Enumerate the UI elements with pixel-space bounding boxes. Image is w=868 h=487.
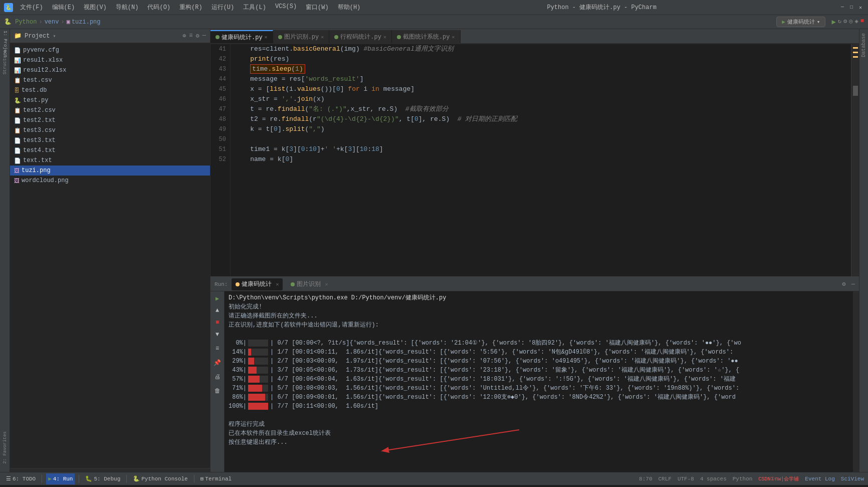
file-icon-db: 🗄 (14, 87, 20, 94)
file-icon-small: ▣ (67, 18, 70, 26)
run-tab-close-tupian[interactable]: ✕ (325, 281, 328, 287)
window-title: Python - 健康码统计.py - PyCharm (547, 3, 656, 12)
file-pyvenv[interactable]: 📄 pyvenv.cfg (10, 45, 210, 55)
debug-icon[interactable]: ⚙ (843, 18, 847, 26)
scroll-up-button[interactable]: ▲ (212, 305, 223, 315)
database-sidebar[interactable]: Database (859, 29, 868, 472)
clear-button[interactable]: 🗑 (212, 386, 223, 396)
project-dropdown-icon[interactable]: ▾ (53, 33, 56, 39)
settings-icon[interactable]: ⚙ (842, 281, 845, 288)
tab-jiankang[interactable]: 健康码统计.py ✕ (210, 30, 273, 43)
project-collapse-icon[interactable]: ─ (202, 32, 206, 40)
tab-close-xingcheng[interactable]: ✕ (383, 34, 386, 40)
file-icon-txt3: 📄 (14, 147, 21, 154)
tab-jietu[interactable]: 截图统计系统.py ✕ (392, 30, 461, 43)
run-config-dropdown[interactable]: ▾ (817, 19, 820, 25)
file-test-csv[interactable]: 📋 test.csv (10, 75, 210, 85)
sci-view[interactable]: SciView (841, 476, 864, 482)
print-button[interactable]: 🖨 (212, 372, 223, 382)
terminal-tab[interactable]: ⊞ Terminal (198, 473, 234, 484)
tab-close-jiankang[interactable]: ✕ (265, 34, 268, 40)
menu-run[interactable]: 运行(U) (207, 2, 239, 13)
file-tuzi-png[interactable]: 🖼 tuzi.png (10, 166, 210, 176)
tab-xingcheng[interactable]: 行程码统计.py ✕ (329, 30, 392, 43)
menu-code[interactable]: 代码(O) (143, 2, 174, 13)
run-tab-close-jiankang[interactable]: ✕ (276, 281, 279, 287)
file-test2-csv[interactable]: 📋 test2.csv (10, 105, 210, 115)
menu-refactor[interactable]: 重构(R) (175, 2, 206, 13)
scroll-down-button[interactable]: ▼ (212, 330, 223, 340)
file-test4-txt[interactable]: 📄 test4.txt (10, 145, 210, 155)
close-button[interactable]: ✕ (857, 4, 864, 11)
terminal-scrollbar[interactable] (853, 291, 859, 472)
tab-tupian[interactable]: 图片识别.py ✕ (273, 30, 330, 43)
file-test3-txt[interactable]: 📄 test3.txt (10, 135, 210, 145)
maximize-button[interactable]: □ (848, 4, 855, 11)
todo-tab[interactable]: ☰ 6: TODO (4, 473, 38, 484)
menu-edit[interactable]: 编辑(E) (48, 2, 79, 13)
scroll-thumb[interactable] (853, 86, 858, 96)
minimize-button[interactable]: ─ (839, 4, 846, 11)
event-log[interactable]: Event Log (805, 476, 834, 482)
tab-close-jietu[interactable]: ✕ (452, 34, 455, 40)
menu-window[interactable]: 窗口(W) (302, 2, 333, 13)
run-toolbar[interactable]: ▶ ↻ ⚙ ◎ ◈ ■ (831, 18, 864, 26)
file-test3-csv[interactable]: 📋 test3.csv (10, 125, 210, 135)
pin-button[interactable]: 📌 (212, 358, 223, 368)
menu-bar[interactable]: 文件(F) 编辑(E) 视图(V) 导航(N) 代码(O) 重构(R) 运行(U… (16, 2, 364, 13)
file-test-py[interactable]: 🐍 test.py (10, 95, 210, 105)
menu-file[interactable]: 文件(F) (16, 2, 47, 13)
python-icon: 🐍 Python (4, 18, 37, 27)
coverage-icon[interactable]: ◈ (855, 18, 858, 26)
bottom-toolbar: ☰ 6: TODO ▶ 4: Run 🐛 5: Debug 🐍 Python C… (0, 472, 868, 485)
file-text-txt[interactable]: 📄 text.txt (10, 155, 210, 166)
window-controls[interactable]: ─ □ ✕ (839, 4, 864, 11)
run-icon[interactable]: ▶ (831, 18, 835, 26)
code-content[interactable]: res=client.basicGeneral(img) #basicGener… (231, 44, 851, 276)
file-result2-xlsx[interactable]: 📊 result2.xlsx (10, 65, 210, 75)
project-expand-icon[interactable]: ≡ (189, 32, 192, 40)
nav-file[interactable]: ▣ tuzi.png (67, 18, 101, 26)
settings-run-button[interactable]: ≡ (212, 344, 223, 354)
stop-button[interactable]: ■ (212, 317, 223, 328)
terminal-line-select: 请正确选择截图所在的文件夹... (229, 311, 849, 320)
menu-help[interactable]: 帮助(H) (334, 2, 365, 13)
python-console-tab[interactable]: 🐍 Python Console (131, 473, 189, 484)
stop-icon[interactable]: ■ (860, 18, 864, 26)
menu-vcs[interactable]: VCS(S) (271, 2, 301, 13)
refresh-icon[interactable]: ↻ (838, 18, 841, 26)
project-header-icons[interactable]: ⊕ ≡ ⚙ ─ (182, 32, 206, 40)
rerun-button[interactable]: ▶ (212, 293, 223, 303)
run-config-button[interactable]: ▶ 健康码统计 ▾ (776, 17, 825, 27)
editor-scrollbar[interactable] (851, 44, 859, 276)
debug-tab[interactable]: 🐛 5: Debug (83, 473, 122, 484)
menu-view[interactable]: 视图(V) (80, 2, 111, 13)
tab-structure[interactable]: Structure (3, 48, 8, 77)
structure-icon[interactable]: Structure (3, 48, 8, 77)
menu-tools[interactable]: 工具(L) (239, 2, 270, 13)
progress-pct-29: 29%| (229, 357, 246, 366)
project-sync-icon[interactable]: ⊕ (182, 32, 186, 40)
code-line-47: t = re.findall("名: (.*)",x_str, re.S) #截… (235, 104, 847, 114)
run-tab-jiankang[interactable]: 健康码统计 ✕ (232, 278, 283, 290)
minimize-panel-icon[interactable]: ─ (851, 281, 855, 288)
tab-favorites[interactable]: 2: Favorites (3, 429, 8, 466)
file-result-xlsx[interactable]: 📊 result.xlsx (10, 55, 210, 65)
file-test-db[interactable]: 🗄 test.db (10, 85, 210, 95)
run-settings-button[interactable]: ⚙ ─ (842, 280, 855, 288)
code-line-52: name = k[0] (235, 154, 847, 165)
project-settings-icon[interactable]: ⚙ (196, 32, 199, 40)
tab-close-tupian[interactable]: ✕ (321, 34, 324, 40)
project-header-icon: 📁 (14, 32, 22, 40)
project-scrollbar[interactable] (10, 468, 210, 472)
run-tab-tupian[interactable]: 图片识别 ✕ (287, 278, 332, 290)
file-test2-txt[interactable]: 📄 test2.txt (10, 115, 210, 125)
run-tab-bottom[interactable]: ▶ 4: Run (46, 473, 75, 484)
project-panel: 📁 Project ▾ ⊕ ≡ ⚙ ─ 📄 pyvenv.cfg 📊 resul… (10, 29, 210, 472)
tab-project[interactable]: 1: Project (1, 31, 10, 41)
nav-venv[interactable]: venv (45, 19, 59, 26)
file-wordcloud-png[interactable]: 🖼 wordcloud.png (10, 176, 210, 186)
profile-icon[interactable]: ◎ (849, 18, 852, 26)
terminal-output[interactable]: D:\Python\venv\Scripts\python.exe D:/Pyt… (225, 291, 853, 472)
menu-nav[interactable]: 导航(N) (112, 2, 143, 13)
